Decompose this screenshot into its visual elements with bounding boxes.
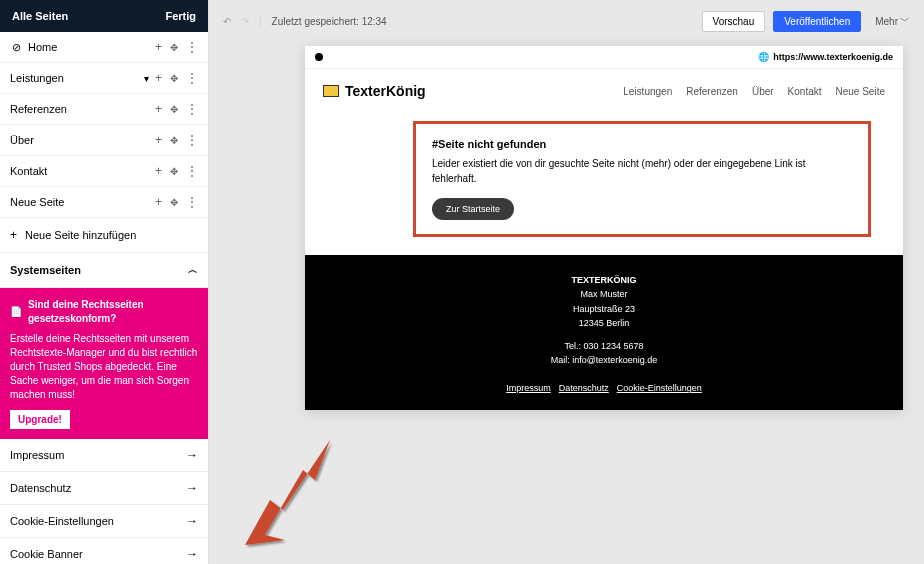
nav-link[interactable]: Referenzen bbox=[686, 86, 738, 97]
footer-name: Max Muster bbox=[305, 287, 903, 301]
system-page-label: Impressum bbox=[10, 449, 64, 461]
sidebar-title: Alle Seiten bbox=[12, 10, 68, 22]
add-page-label: Neue Seite hinzufügen bbox=[25, 229, 136, 241]
footer-tel: Tel.: 030 1234 5678 bbox=[305, 339, 903, 353]
add-page-row[interactable]: + Neue Seite hinzufügen bbox=[0, 218, 208, 253]
preview-canvas: 🌐https://www.texterkoenig.de TexterKönig… bbox=[305, 46, 903, 410]
site-logo[interactable]: TexterKönig bbox=[323, 83, 426, 99]
move-icon[interactable]: ✥ bbox=[170, 166, 178, 177]
page-row[interactable]: Über+✥⋮ bbox=[0, 125, 208, 156]
footer-title: TEXTERKÖNIG bbox=[305, 273, 903, 287]
more-menu[interactable]: Mehr﹀ bbox=[875, 14, 910, 28]
sidebar-header: Alle Seiten Fertig bbox=[0, 0, 208, 32]
site-footer: TEXTERKÖNIG Max Muster Hauptstraße 23 12… bbox=[305, 255, 903, 410]
add-icon[interactable]: + bbox=[155, 133, 162, 147]
legal-promo-banner: 📄 Sind deine Rechtsseiten gesetzeskonfor… bbox=[0, 288, 208, 439]
nav-link[interactable]: Kontakt bbox=[788, 86, 822, 97]
preview-urlbar: 🌐https://www.texterkoenig.de bbox=[305, 46, 903, 69]
page-label: Über bbox=[10, 134, 34, 146]
add-icon[interactable]: + bbox=[155, 164, 162, 178]
footer-link[interactable]: Impressum bbox=[506, 383, 551, 393]
undo-icon[interactable]: ↶ bbox=[223, 16, 231, 27]
redo-icon[interactable]: ↷ bbox=[241, 16, 249, 27]
more-icon[interactable]: ⋮ bbox=[186, 72, 198, 84]
footer-links: ImpressumDatenschutzCookie-Einstellungen bbox=[305, 381, 903, 395]
add-icon[interactable]: + bbox=[155, 195, 162, 209]
page-label: Referenzen bbox=[10, 103, 67, 115]
page-row[interactable]: Neue Seite+✥⋮ bbox=[0, 187, 208, 218]
notfound-title: #Seite nicht gefunden bbox=[432, 138, 852, 150]
footer-link[interactable]: Cookie-Einstellungen bbox=[617, 383, 702, 393]
footer-link[interactable]: Datenschutz bbox=[559, 383, 609, 393]
annotation-arrow-icon bbox=[215, 425, 345, 555]
promo-title: Sind deine Rechtsseiten gesetzeskonform? bbox=[28, 298, 198, 326]
system-pages-header[interactable]: Systemseiten ︿ bbox=[0, 253, 208, 288]
move-icon[interactable]: ✥ bbox=[170, 135, 178, 146]
arrow-right-icon: → bbox=[186, 448, 198, 462]
saved-status: Zuletzt gespeichert: 12:34 bbox=[272, 16, 387, 27]
page-row[interactable]: Kontakt+✥⋮ bbox=[0, 156, 208, 187]
logo-mark-icon bbox=[323, 85, 339, 97]
add-icon[interactable]: + bbox=[155, 71, 162, 85]
plus-icon: + bbox=[10, 228, 17, 242]
window-dot-icon bbox=[315, 53, 323, 61]
nav-link[interactable]: Über bbox=[752, 86, 774, 97]
preview-button[interactable]: Vorschau bbox=[702, 11, 766, 32]
add-icon[interactable]: + bbox=[155, 102, 162, 116]
site-nav: LeistungenReferenzenÜberKontaktNeue Seit… bbox=[623, 86, 885, 97]
nav-link[interactable]: Neue Seite bbox=[836, 86, 885, 97]
globe-icon: 🌐 bbox=[758, 52, 769, 62]
system-page-row[interactable]: Datenschutz→ bbox=[0, 472, 208, 505]
page-row[interactable]: Leistungen▾+✥⋮ bbox=[0, 63, 208, 94]
sidebar: Alle Seiten Fertig ⊘Home+✥⋮Leistungen▾+✥… bbox=[0, 0, 209, 564]
system-page-row[interactable]: Impressum→ bbox=[0, 439, 208, 472]
arrow-right-icon: → bbox=[186, 547, 198, 561]
footer-street: Hauptstraße 23 bbox=[305, 302, 903, 316]
move-icon[interactable]: ✥ bbox=[170, 73, 178, 84]
upgrade-button[interactable]: Upgrade! bbox=[10, 410, 70, 429]
site-header: TexterKönig LeistungenReferenzenÜberKont… bbox=[305, 69, 903, 113]
footer-mail: Mail: info@texterkoenig.de bbox=[305, 353, 903, 367]
arrow-right-icon: → bbox=[186, 481, 198, 495]
preview-url: https://www.texterkoenig.de bbox=[773, 52, 893, 62]
system-page-label: Cookie Banner bbox=[10, 548, 83, 560]
page-label: Leistungen bbox=[10, 72, 64, 84]
system-page-row[interactable]: Cookie-Einstellungen→ bbox=[0, 505, 208, 538]
arrow-right-icon: → bbox=[186, 514, 198, 528]
page-label: Home bbox=[28, 41, 57, 53]
topbar: ↶ ↷ | Zuletzt gespeichert: 12:34 Vorscha… bbox=[209, 0, 924, 42]
done-button[interactable]: Fertig bbox=[165, 10, 196, 22]
footer-city: 12345 Berlin bbox=[305, 316, 903, 330]
more-icon[interactable]: ⋮ bbox=[186, 165, 198, 177]
more-icon[interactable]: ⋮ bbox=[186, 196, 198, 208]
page-label: Neue Seite bbox=[10, 196, 64, 208]
page-label: Kontakt bbox=[10, 165, 47, 177]
system-page-row[interactable]: Cookie Banner→ bbox=[0, 538, 208, 564]
document-icon: 📄 bbox=[10, 305, 22, 319]
chevron-down-icon: ▾ bbox=[144, 73, 149, 84]
publish-button[interactable]: Veröffentlichen bbox=[773, 11, 861, 32]
notfound-content: #Seite nicht gefunden Leider existiert d… bbox=[413, 121, 871, 237]
move-icon[interactable]: ✥ bbox=[170, 197, 178, 208]
more-icon[interactable]: ⋮ bbox=[186, 103, 198, 115]
visibility-off-icon: ⊘ bbox=[10, 41, 22, 53]
move-icon[interactable]: ✥ bbox=[170, 42, 178, 53]
chevron-up-icon: ︿ bbox=[188, 263, 198, 277]
system-page-label: Datenschutz bbox=[10, 482, 71, 494]
svg-marker-0 bbox=[245, 440, 330, 545]
page-row[interactable]: Referenzen+✥⋮ bbox=[0, 94, 208, 125]
more-icon[interactable]: ⋮ bbox=[186, 41, 198, 53]
promo-body: Erstelle deine Rechtsseiten mit unserem … bbox=[10, 332, 198, 402]
home-button[interactable]: Zur Startseite bbox=[432, 198, 514, 220]
add-icon[interactable]: + bbox=[155, 40, 162, 54]
system-page-label: Cookie-Einstellungen bbox=[10, 515, 114, 527]
notfound-body: Leider existiert die von dir gesuchte Se… bbox=[432, 156, 852, 186]
page-row[interactable]: ⊘Home+✥⋮ bbox=[0, 32, 208, 63]
move-icon[interactable]: ✥ bbox=[170, 104, 178, 115]
nav-link[interactable]: Leistungen bbox=[623, 86, 672, 97]
more-icon[interactable]: ⋮ bbox=[186, 134, 198, 146]
chevron-down-icon: ﹀ bbox=[900, 14, 910, 28]
